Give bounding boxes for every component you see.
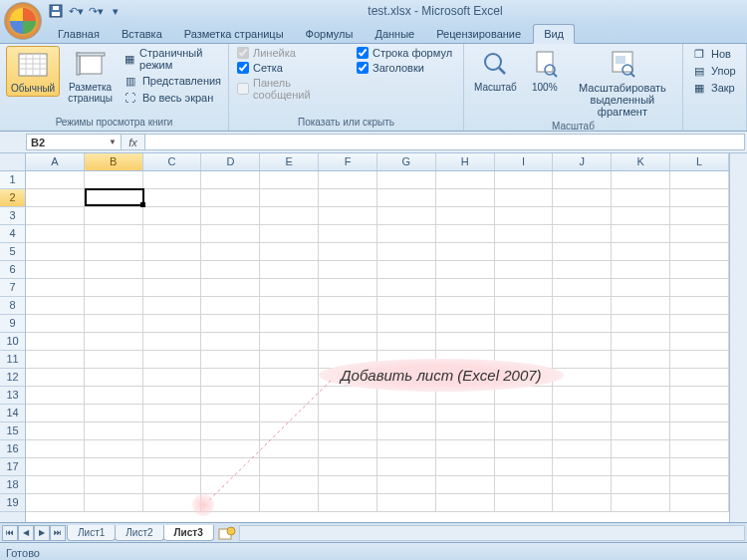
row-header[interactable]: 4 bbox=[0, 225, 25, 243]
cell[interactable] bbox=[143, 189, 202, 207]
cell[interactable] bbox=[260, 225, 319, 243]
cell[interactable] bbox=[436, 297, 495, 315]
cell[interactable] bbox=[436, 207, 495, 225]
cell[interactable] bbox=[143, 422, 202, 440]
tab-page-layout[interactable]: Разметка страницы bbox=[174, 25, 294, 43]
cell[interactable] bbox=[670, 225, 729, 243]
cell[interactable] bbox=[26, 207, 85, 225]
cell[interactable] bbox=[201, 297, 260, 315]
cell[interactable] bbox=[201, 351, 260, 369]
cell[interactable] bbox=[143, 225, 202, 243]
sheet-nav-prev[interactable]: ◀ bbox=[18, 525, 34, 541]
cell[interactable] bbox=[201, 369, 260, 387]
undo-icon[interactable]: ↶▾ bbox=[68, 3, 84, 19]
tab-insert[interactable]: Вставка bbox=[112, 25, 172, 43]
cell[interactable] bbox=[85, 458, 143, 476]
cell[interactable] bbox=[612, 351, 670, 369]
cell[interactable] bbox=[201, 315, 260, 333]
column-header[interactable]: F bbox=[319, 153, 377, 170]
row-header[interactable]: 3 bbox=[0, 207, 25, 225]
cell[interactable] bbox=[612, 207, 670, 225]
cell[interactable] bbox=[85, 494, 143, 512]
row-header[interactable]: 15 bbox=[0, 422, 25, 440]
cell[interactable] bbox=[143, 261, 202, 279]
cell[interactable] bbox=[495, 422, 554, 440]
cell[interactable] bbox=[553, 225, 612, 243]
cell[interactable] bbox=[495, 207, 554, 225]
cell[interactable] bbox=[143, 243, 202, 261]
cell[interactable] bbox=[377, 494, 436, 512]
cell[interactable] bbox=[319, 315, 377, 333]
cell[interactable] bbox=[319, 297, 377, 315]
cell[interactable] bbox=[670, 261, 729, 279]
cell[interactable] bbox=[377, 297, 436, 315]
row-header[interactable]: 8 bbox=[0, 297, 25, 315]
cell[interactable] bbox=[436, 189, 495, 207]
column-header[interactable]: K bbox=[612, 153, 670, 170]
cell[interactable] bbox=[260, 440, 319, 458]
cell[interactable] bbox=[553, 207, 612, 225]
cell[interactable] bbox=[670, 405, 729, 422]
cell[interactable] bbox=[495, 440, 554, 458]
cell[interactable] bbox=[377, 422, 436, 440]
tab-data[interactable]: Данные bbox=[365, 25, 424, 43]
cell[interactable] bbox=[26, 422, 85, 440]
cell[interactable] bbox=[495, 476, 554, 494]
cell[interactable] bbox=[260, 458, 319, 476]
cell[interactable] bbox=[612, 333, 670, 351]
cell[interactable] bbox=[436, 261, 495, 279]
cell[interactable] bbox=[553, 387, 612, 405]
cell[interactable] bbox=[612, 476, 670, 494]
cell[interactable] bbox=[670, 494, 729, 512]
cell[interactable] bbox=[85, 351, 143, 369]
cell[interactable] bbox=[319, 422, 377, 440]
cell[interactable] bbox=[260, 315, 319, 333]
cell[interactable] bbox=[670, 422, 729, 440]
cell[interactable] bbox=[670, 440, 729, 458]
cell[interactable] bbox=[553, 458, 612, 476]
cell[interactable] bbox=[319, 243, 377, 261]
cell[interactable] bbox=[319, 261, 377, 279]
cell[interactable] bbox=[553, 440, 612, 458]
cell[interactable] bbox=[26, 351, 85, 369]
cell[interactable] bbox=[85, 171, 143, 189]
sheet-nav-last[interactable]: ⏭ bbox=[50, 525, 66, 541]
column-header[interactable]: A bbox=[26, 153, 85, 170]
formula-bar[interactable] bbox=[145, 134, 745, 150]
cell[interactable] bbox=[26, 405, 85, 422]
column-header[interactable]: G bbox=[377, 153, 436, 170]
cell[interactable] bbox=[553, 171, 612, 189]
cell[interactable] bbox=[377, 405, 436, 422]
cell[interactable] bbox=[260, 171, 319, 189]
normal-view-button[interactable]: Обычный bbox=[6, 46, 60, 97]
cell[interactable] bbox=[612, 440, 670, 458]
cell[interactable] bbox=[612, 189, 670, 207]
cell[interactable] bbox=[553, 405, 612, 422]
cell[interactable] bbox=[319, 387, 377, 405]
cell[interactable] bbox=[26, 440, 85, 458]
custom-views-button[interactable]: ▥Представления bbox=[121, 73, 223, 89]
cell[interactable] bbox=[377, 225, 436, 243]
cell[interactable] bbox=[26, 171, 85, 189]
cell[interactable] bbox=[319, 440, 377, 458]
page-layout-view-button[interactable]: Разметка страницы bbox=[64, 46, 117, 106]
column-header[interactable]: L bbox=[670, 153, 729, 170]
cell[interactable] bbox=[143, 476, 202, 494]
cell[interactable] bbox=[85, 297, 143, 315]
cell[interactable] bbox=[319, 405, 377, 422]
cell[interactable] bbox=[495, 225, 554, 243]
qat-customize-icon[interactable]: ▾ bbox=[108, 3, 124, 19]
cell[interactable] bbox=[377, 369, 436, 387]
cell[interactable] bbox=[436, 171, 495, 189]
cell[interactable] bbox=[553, 369, 612, 387]
row-header[interactable]: 17 bbox=[0, 458, 25, 476]
cell[interactable] bbox=[436, 351, 495, 369]
cell[interactable] bbox=[85, 369, 143, 387]
cell[interactable] bbox=[26, 494, 85, 512]
select-all-button[interactable] bbox=[0, 153, 26, 171]
cell[interactable] bbox=[495, 261, 554, 279]
row-header[interactable]: 12 bbox=[0, 369, 25, 387]
cell[interactable] bbox=[201, 422, 260, 440]
cell[interactable] bbox=[319, 225, 377, 243]
sheet-tab[interactable]: Лист1 bbox=[67, 525, 116, 541]
